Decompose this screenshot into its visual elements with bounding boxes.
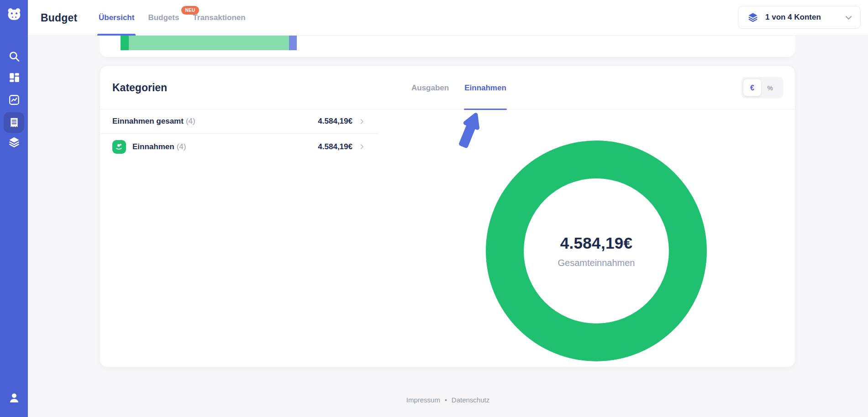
- categories-card: Kategorien Ausgaben Einnahmen € % Einnah…: [100, 66, 795, 367]
- layers-icon: [747, 12, 758, 23]
- chart-icon[interactable]: [8, 94, 20, 106]
- receipt-icon: [8, 117, 20, 129]
- unit-toggle: € %: [741, 77, 783, 99]
- table-row[interactable]: Einnahmen gesamt (4) 4.584,19€: [100, 109, 378, 134]
- donut-center-label: Gesamteinnahmen: [558, 258, 635, 268]
- user-icon[interactable]: [8, 391, 21, 404]
- budget-bar-card: [100, 36, 795, 57]
- sidebar-item-budget-active[interactable]: [4, 112, 24, 133]
- currency-toggle-euro[interactable]: €: [743, 79, 761, 96]
- sidebar: [0, 0, 28, 417]
- top-navbar: Budget Übersicht Budgets NEU Transaktion…: [28, 0, 868, 36]
- page-title: Budget: [41, 0, 77, 36]
- tab-budgets[interactable]: Budgets NEU: [148, 0, 179, 36]
- tab-uebersicht[interactable]: Übersicht: [99, 0, 134, 36]
- chevron-down-icon: [844, 13, 853, 22]
- table-row[interactable]: Einnahmen (4) 4.584,19€: [100, 134, 378, 160]
- account-selector[interactable]: 1 von 4 Konten: [738, 6, 861, 29]
- hippo-mascot-icon[interactable]: [5, 6, 22, 23]
- tab-transaktionen[interactable]: Transaktionen: [193, 0, 245, 36]
- donut-center: 4.584,19€ Gesamteinnahmen: [524, 178, 669, 323]
- categories-title: Kategorien: [112, 82, 167, 94]
- chevron-right-icon: [358, 118, 365, 125]
- header-tabs: Übersicht Budgets NEU Transaktionen: [99, 0, 246, 36]
- main-content: Kategorien Ausgaben Einnahmen € % Einnah…: [28, 36, 868, 417]
- income-icon: [112, 140, 126, 154]
- tab-einnahmen[interactable]: Einnahmen: [464, 66, 506, 109]
- currency-toggle-percent[interactable]: %: [761, 79, 779, 96]
- budget-bar-segment-blue: [289, 36, 297, 50]
- active-tab-underline: [464, 109, 507, 110]
- categories-tabs: Ausgaben Einnahmen: [411, 66, 506, 109]
- donut-center-value: 4.584,19€: [560, 234, 632, 252]
- footer: Impressum • Datenschutz: [28, 396, 868, 404]
- budget-bar-segment-light-green: [129, 36, 289, 50]
- impressum-link[interactable]: Impressum: [406, 396, 440, 404]
- datenschutz-link[interactable]: Datenschutz: [452, 396, 489, 404]
- categories-card-header: Kategorien Ausgaben Einnahmen € %: [100, 66, 795, 109]
- budget-bar-segment-dark-green: [121, 36, 129, 50]
- active-tab-underline: [97, 34, 136, 36]
- account-selector-label: 1 von 4 Konten: [765, 13, 821, 22]
- chevron-right-icon: [358, 143, 365, 150]
- search-icon[interactable]: [8, 50, 20, 63]
- dashboard-icon[interactable]: [8, 72, 20, 83]
- footer-separator: •: [445, 396, 447, 404]
- tab-ausgaben[interactable]: Ausgaben: [411, 66, 449, 109]
- income-donut-chart[interactable]: 4.584,19€ Gesamteinnahmen: [486, 141, 707, 361]
- budget-progress-bar[interactable]: [121, 36, 297, 50]
- layers-icon[interactable]: [8, 136, 20, 148]
